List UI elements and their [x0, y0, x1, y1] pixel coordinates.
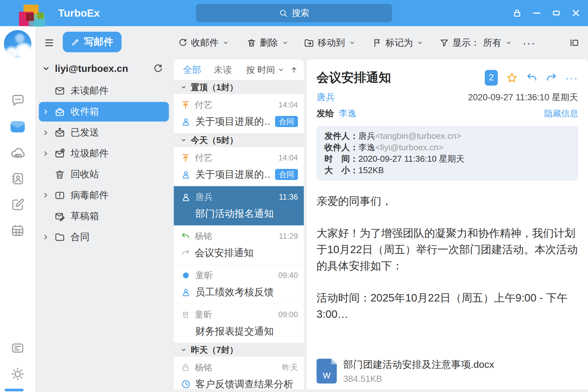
- chevron-right-icon[interactable]: [42, 233, 50, 241]
- message-datetime: 2020-09-27 11:36:10 星期天: [468, 91, 578, 103]
- folder-item-junk[interactable]: 垃圾邮件: [35, 143, 174, 164]
- body-paragraph: 大家好！为了增强团队的凝聚力和协作精神，我们计划于10月22日（周五）举行一次部…: [317, 225, 578, 274]
- mail-list-item[interactable]: 杨铭 昨天 客户反馈调查结果分析: [174, 357, 304, 389]
- chevron-right-icon[interactable]: [42, 150, 50, 157]
- chevron-right-icon[interactable]: [42, 129, 50, 137]
- pencil-icon: [71, 38, 80, 47]
- folder-item-sent[interactable]: 已发送: [35, 122, 174, 143]
- group-label: 昨天（7封）: [191, 344, 238, 356]
- list-group-yesterday[interactable]: 昨天（7封）: [174, 343, 304, 357]
- attachment-row[interactable]: w 部门团建活动安排及注意事项.docx 384.51KB: [317, 358, 494, 384]
- mark-as-button[interactable]: 标记为: [372, 26, 423, 59]
- menu-toggle-icon[interactable]: [44, 37, 56, 49]
- search-placeholder: 搜索: [292, 7, 309, 19]
- chevron-down-icon[interactable]: [42, 64, 50, 73]
- to-name: 李逸: [358, 142, 375, 152]
- folder-item-recycle[interactable]: 回收站: [35, 164, 174, 185]
- avatar[interactable]: [4, 30, 31, 57]
- chat-icon[interactable]: [0, 93, 35, 107]
- star-icon[interactable]: [506, 72, 518, 84]
- tab-unread[interactable]: 未读: [214, 64, 232, 76]
- chevron-right-icon[interactable]: [42, 108, 50, 116]
- receive-mail-button[interactable]: 收邮件: [178, 26, 229, 59]
- archive-icon: [181, 310, 190, 319]
- folder-item-inbox[interactable]: 收件箱: [39, 102, 169, 122]
- folder-item-unread[interactable]: 未读邮件: [35, 80, 174, 101]
- chevron-down-icon: [278, 67, 284, 73]
- mail-list-item[interactable]: 杨铭 11:29 会议安排通知: [174, 225, 304, 265]
- chevron-down-icon: [417, 40, 423, 46]
- sort-ascending-icon[interactable]: [290, 66, 298, 74]
- pin-icon: [181, 100, 190, 109]
- chevron-down-icon: [349, 40, 355, 46]
- junk-icon: [54, 148, 65, 159]
- mail-time: 09:40: [278, 271, 298, 280]
- search-input[interactable]: 搜索: [196, 4, 392, 22]
- refresh-icon: [178, 38, 188, 48]
- move-to-button[interactable]: 移动到: [304, 26, 355, 59]
- flag-icon: [372, 38, 382, 48]
- mail-list-item[interactable]: 付艺 14:04 关于项目进展的… 合同: [174, 94, 304, 133]
- toolbar-more-button[interactable]: ···: [523, 26, 536, 59]
- folder-label: 回收站: [71, 168, 99, 181]
- mail-sender: 付艺: [195, 99, 212, 111]
- lock-icon[interactable]: [512, 8, 522, 18]
- folder-item-drafts[interactable]: 草稿箱: [35, 206, 174, 227]
- from-label: 发件人：: [324, 131, 358, 141]
- mail-list-item[interactable]: 童昕 09:00 财务报表提交通知: [174, 304, 304, 343]
- mail-list-item[interactable]: 付艺 14:04 关于项目进展的… 合同: [174, 147, 304, 186]
- notes-icon[interactable]: [0, 341, 35, 355]
- calendar-icon[interactable]: [0, 223, 35, 238]
- mail-icon-active[interactable]: [0, 118, 35, 135]
- account-refresh-icon[interactable]: [153, 63, 163, 74]
- folder-item-virus[interactable]: 病毒邮件: [35, 185, 174, 206]
- list-group-today[interactable]: 今天（5封）: [174, 133, 304, 147]
- message-subject: 会议安排通知: [317, 69, 391, 86]
- contacts-icon[interactable]: [0, 172, 35, 186]
- sort-label: 按 时间: [246, 64, 275, 76]
- rail-bottom-indicator: [5, 389, 24, 391]
- mail-list-item[interactable]: 童昕 09:40 员工绩效考核反馈: [174, 265, 304, 304]
- time-value: 2020-09-27 11:36:10 星期天: [358, 154, 465, 164]
- sort-control[interactable]: 按 时间: [246, 64, 298, 76]
- recipient-link[interactable]: 李逸: [339, 107, 356, 119]
- list-group-pinned[interactable]: 置顶（1封）: [174, 80, 304, 94]
- close-button[interactable]: [571, 8, 581, 18]
- folder-label: 已发送: [71, 126, 99, 139]
- mail-toolbar: 收邮件 删除 移动到 标记为 显示： 所有 ···: [174, 26, 588, 59]
- message-details-box: 发件人：唐兵<tangbin@turboex.cn> 收件人：李逸<liyi@t…: [317, 126, 578, 181]
- maximize-button[interactable]: [551, 8, 561, 18]
- person-icon: [181, 170, 191, 179]
- delete-button[interactable]: 删除: [247, 26, 288, 59]
- chevron-right-icon[interactable]: [42, 191, 50, 199]
- folder-item-contract[interactable]: 合同: [35, 227, 174, 248]
- reply-icon[interactable]: [526, 72, 538, 84]
- chevron-down-icon: [180, 347, 187, 353]
- hide-info-link[interactable]: 隐藏信息: [544, 108, 578, 119]
- account-row[interactable]: liyi@turboex.cn: [35, 59, 174, 78]
- theme-icon[interactable]: [0, 367, 35, 382]
- folder-label: 收件箱: [71, 105, 99, 118]
- cloud-icon[interactable]: [0, 145, 35, 160]
- titlebar: TurboEx 搜索: [0, 0, 588, 26]
- minimize-button[interactable]: [532, 8, 542, 18]
- more-dots-icon[interactable]: ···: [565, 74, 578, 81]
- compose-button[interactable]: 写邮件: [63, 32, 122, 52]
- show-filter-button[interactable]: 显示： 所有: [439, 26, 512, 59]
- thread-count-badge[interactable]: 2: [485, 70, 498, 86]
- search-icon: [279, 8, 288, 18]
- tab-all[interactable]: 全部: [183, 64, 201, 76]
- panel-layout-icon: [569, 38, 580, 48]
- mail-list-tabs: 全部 未读 按 时间: [174, 59, 304, 80]
- mail-subject: 会议安排通知: [195, 246, 298, 260]
- size-label: 大 小：: [324, 165, 358, 175]
- to-email: <liyi@turboex.cn>: [375, 142, 444, 152]
- trash-icon: [54, 169, 65, 180]
- mail-list-item-selected[interactable]: 唐兵 11:36 部门活动报名通知: [174, 186, 304, 225]
- compose-icon[interactable]: [0, 198, 35, 212]
- receive-mail-label: 收邮件: [191, 37, 219, 49]
- reading-pane-toggle[interactable]: [569, 26, 580, 59]
- sender-link[interactable]: 唐兵: [317, 91, 335, 104]
- chevron-down-icon: [180, 137, 187, 143]
- forward-icon[interactable]: [546, 72, 557, 84]
